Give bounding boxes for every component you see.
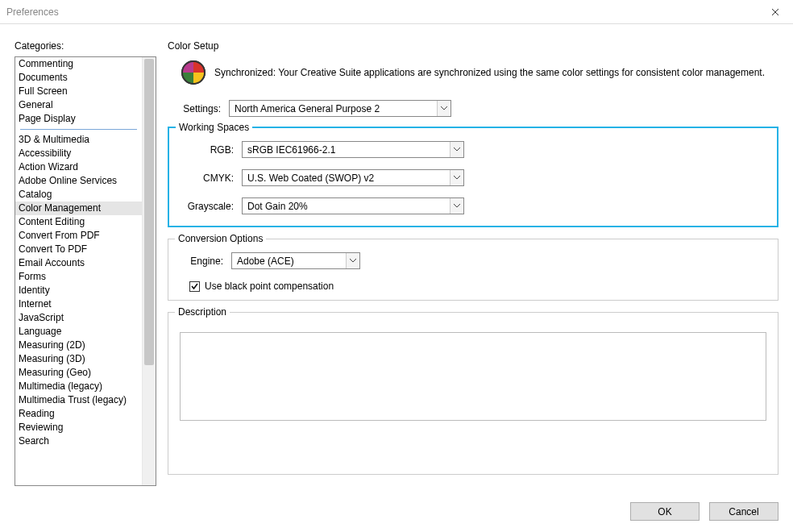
categories-items: CommentingDocumentsFull ScreenGeneralPag… — [15, 57, 142, 485]
rgb-select[interactable]: sRGB IEC61966-2.1 — [242, 141, 464, 158]
chevron-down-icon — [350, 259, 356, 263]
black-point-row: Use black point compensation — [189, 281, 766, 292]
cmyk-label: CMYK: — [181, 172, 234, 184]
list-item[interactable]: JavaScript — [15, 311, 142, 325]
list-item[interactable]: Reading — [15, 407, 142, 421]
list-item[interactable]: Catalog — [15, 188, 142, 202]
black-point-label: Use black point compensation — [205, 281, 334, 292]
list-item[interactable]: Color Management — [15, 202, 142, 215]
close-icon — [771, 8, 779, 16]
list-item[interactable]: Measuring (Geo) — [15, 366, 142, 380]
list-item[interactable]: Email Accounts — [15, 256, 142, 270]
list-item[interactable]: Search — [15, 434, 142, 448]
sync-text: Synchronized: Your Creative Suite applic… — [214, 67, 778, 78]
list-item[interactable]: Page Display — [15, 112, 142, 126]
divider — [20, 129, 137, 130]
dropdown-arrow[interactable] — [437, 101, 450, 116]
titlebar: Preferences — [0, 0, 793, 24]
dropdown-arrow[interactable] — [450, 142, 463, 157]
client-area: Categories: CommentingDocumentsFull Scre… — [0, 24, 793, 496]
list-item[interactable]: Full Screen — [15, 85, 142, 98]
list-item[interactable]: Multimedia Trust (legacy) — [15, 393, 142, 407]
dropdown-arrow[interactable] — [450, 198, 463, 214]
description-box — [180, 332, 766, 421]
description-group: Description — [168, 312, 778, 475]
cmyk-value: U.S. Web Coated (SWOP) v2 — [243, 172, 450, 184]
grayscale-value: Dot Gain 20% — [243, 201, 450, 212]
scrollbar[interactable] — [142, 57, 156, 485]
conversion-options-group: Conversion Options Engine: Adobe (ACE) U… — [168, 239, 778, 301]
list-item[interactable]: Convert From PDF — [15, 229, 142, 243]
cmyk-row: CMYK: U.S. Web Coated (SWOP) v2 — [181, 169, 766, 186]
rgb-value: sRGB IEC61966-2.1 — [243, 144, 450, 156]
checkmark-icon — [191, 283, 198, 290]
settings-row: Settings: North America General Purpose … — [168, 100, 778, 117]
black-point-checkbox[interactable] — [189, 281, 200, 292]
chevron-down-icon — [454, 148, 460, 152]
settings-label: Settings: — [168, 103, 221, 114]
list-item[interactable]: Content Editing — [15, 215, 142, 229]
list-item[interactable]: Measuring (2D) — [15, 339, 142, 352]
categories-label: Categories: — [15, 40, 156, 52]
cmyk-select[interactable]: U.S. Web Coated (SWOP) v2 — [242, 169, 464, 186]
settings-value: North America General Purpose 2 — [230, 103, 437, 114]
preferences-dialog: Preferences Categories: CommentingDocume… — [0, 0, 793, 532]
list-item[interactable]: Multimedia (legacy) — [15, 380, 142, 393]
grayscale-row: Grayscale: Dot Gain 20% — [181, 197, 766, 214]
list-item[interactable]: Language — [15, 325, 142, 339]
list-item[interactable]: Internet — [15, 297, 142, 311]
sidebar: Categories: CommentingDocumentsFull Scre… — [15, 40, 156, 486]
working-spaces-group: Working Spaces RGB: sRGB IEC61966-2.1 CM… — [168, 127, 778, 227]
button-bar: OK Cancel — [0, 496, 793, 532]
list-item[interactable]: Convert To PDF — [15, 243, 142, 256]
scroll-thumb[interactable] — [144, 59, 154, 365]
rgb-label: RGB: — [181, 144, 234, 156]
description-legend: Description — [175, 306, 230, 318]
list-item[interactable]: Commenting — [15, 57, 142, 71]
conversion-legend: Conversion Options — [175, 233, 266, 244]
main-panel: Color Setup Synchronized: Your Creative … — [168, 40, 778, 486]
sync-icon — [181, 60, 206, 85]
sync-row: Synchronized: Your Creative Suite applic… — [168, 60, 778, 100]
list-item[interactable]: Documents — [15, 71, 142, 85]
list-item[interactable]: Identity — [15, 284, 142, 297]
engine-select[interactable]: Adobe (ACE) — [231, 252, 360, 269]
ok-button[interactable]: OK — [630, 502, 700, 521]
close-button[interactable] — [757, 0, 793, 24]
cancel-button[interactable]: Cancel — [709, 502, 778, 521]
grayscale-select[interactable]: Dot Gain 20% — [242, 197, 464, 214]
list-item[interactable]: Forms — [15, 270, 142, 284]
list-item[interactable]: General — [15, 98, 142, 112]
rgb-row: RGB: sRGB IEC61966-2.1 — [181, 141, 766, 158]
chevron-down-icon — [454, 176, 460, 180]
engine-value: Adobe (ACE) — [232, 256, 346, 267]
engine-label: Engine: — [180, 256, 223, 267]
dropdown-arrow[interactable] — [450, 170, 463, 185]
dropdown-arrow[interactable] — [346, 253, 359, 268]
list-item[interactable]: Accessibility — [15, 147, 142, 160]
categories-listbox[interactable]: CommentingDocumentsFull ScreenGeneralPag… — [15, 56, 156, 486]
list-item[interactable]: 3D & Multimedia — [15, 133, 142, 147]
grayscale-label: Grayscale: — [181, 201, 234, 212]
chevron-down-icon — [454, 204, 460, 208]
list-item[interactable]: Reviewing — [15, 421, 142, 434]
working-spaces-legend: Working Spaces — [176, 122, 252, 133]
engine-row: Engine: Adobe (ACE) — [180, 252, 766, 269]
settings-select[interactable]: North America General Purpose 2 — [229, 100, 451, 117]
chevron-down-icon — [441, 106, 447, 110]
list-item[interactable]: Action Wizard — [15, 160, 142, 174]
list-item[interactable]: Measuring (3D) — [15, 352, 142, 366]
list-item[interactable]: Adobe Online Services — [15, 174, 142, 188]
section-title: Color Setup — [168, 40, 778, 52]
window-title: Preferences — [6, 6, 59, 18]
